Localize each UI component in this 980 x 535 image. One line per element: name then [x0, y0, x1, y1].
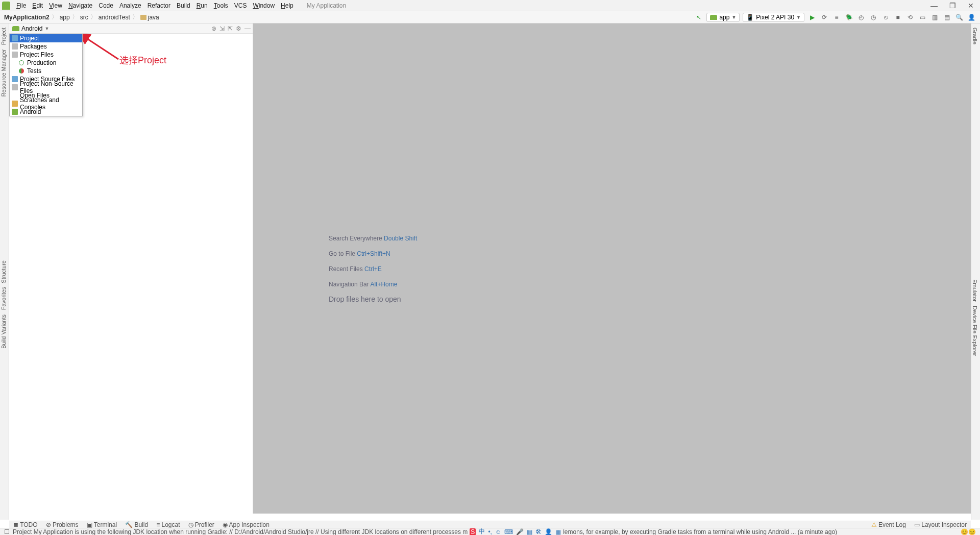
ime-mic-icon[interactable]: 🎤 [516, 528, 524, 536]
tool-build-variants[interactable]: Build Variants [1, 314, 7, 349]
run-icon[interactable]: ▶ [807, 13, 817, 22]
menu-vcs[interactable]: VCS [234, 2, 247, 9]
menu-help[interactable]: Help [281, 2, 293, 9]
dropdown-item-scratches[interactable]: Scratches and Consoles [10, 100, 82, 108]
window-title: My Application [307, 2, 346, 9]
ime-user-icon[interactable]: 👤 [545, 528, 552, 536]
folder-icon [12, 76, 18, 82]
menu-code[interactable]: Code [99, 2, 113, 9]
tool-terminal[interactable]: ▣ Terminal [87, 521, 117, 528]
coverage-icon[interactable]: ◴ [856, 13, 866, 22]
menu-window[interactable]: Window [253, 2, 275, 9]
right-toolwindow-bar: Gradle Emulator Device File Explorer [971, 23, 980, 520]
status-neutral-icon[interactable]: 😐 [968, 528, 976, 536]
dropdown-item-tests[interactable]: Tests [10, 67, 82, 75]
left-toolwindow-bar: Project Resource Manager Structure Favor… [0, 23, 9, 520]
breadcrumb-root[interactable]: MyApplication2 [4, 14, 50, 21]
tool-layout-inspector[interactable]: ▭ Layout Inspector [914, 521, 967, 528]
production-icon [19, 60, 24, 65]
title-bar: File Edit View Navigate Code Analyze Ref… [0, 0, 980, 11]
maximize-icon[interactable]: ❐ [943, 2, 962, 10]
ime-kbd-icon[interactable]: ⌨ [504, 528, 513, 536]
profile-icon[interactable]: ◷ [869, 13, 878, 22]
menu-view[interactable]: View [49, 2, 62, 9]
ime-bar[interactable]: S 中 •, ☺ ⌨ 🎤 ▦ 🛠 👤 ▦ [470, 527, 561, 535]
chevron-down-icon: ▼ [44, 26, 49, 31]
run-config-select[interactable]: app ▼ [706, 13, 740, 22]
project-view-dropdown: Project Packages Project Files Productio… [9, 34, 83, 116]
close-icon[interactable]: ✕ [962, 2, 980, 10]
tool-profiler[interactable]: ◷ Profiler [188, 521, 214, 528]
ime-pad-icon[interactable]: ▦ [527, 528, 532, 536]
tool-project[interactable]: Project [1, 28, 7, 45]
editor-area[interactable]: Search Everywhere Double Shift Go to Fil… [253, 23, 971, 514]
tool-resource-manager[interactable]: Resource Manager [1, 49, 7, 97]
ime-grid-icon[interactable]: ▦ [555, 528, 561, 536]
menu-build[interactable]: Build [177, 2, 190, 9]
tool-event-log[interactable]: ⚠ Event Log [871, 521, 906, 528]
tool-app-inspection[interactable]: ◉ App Inspection [223, 521, 270, 528]
ime-tool-icon[interactable]: 🛠 [535, 528, 542, 536]
device-label: Pixel 2 API 30 [756, 14, 794, 21]
chevron-right-icon: 〉 [132, 13, 138, 21]
debug-icon[interactable]: 🪲 [844, 13, 853, 22]
minimize-icon[interactable]: — [925, 2, 943, 10]
project-view-selector[interactable]: Android ▼ ⊚ ⇲ ⇱ ⚙ — [9, 23, 253, 34]
target-icon[interactable]: ⊚ [211, 25, 216, 32]
status-indicator-icon[interactable]: ☐ [4, 528, 10, 536]
dropdown-item-production[interactable]: Production [10, 59, 82, 67]
dropdown-item-android[interactable]: Android [10, 108, 82, 116]
tool-device-file-explorer[interactable]: Device File Explorer [972, 306, 978, 356]
status-happy-icon[interactable]: 😊 [961, 528, 968, 536]
search-icon[interactable]: 🔍 [954, 13, 964, 22]
ime-face-icon[interactable]: ☺ [495, 528, 501, 536]
tool-favorites[interactable]: Favorites [1, 287, 7, 310]
tool-gradle[interactable]: Gradle [972, 28, 978, 44]
menu-refactor[interactable]: Refactor [148, 2, 170, 9]
menu-edit[interactable]: Edit [32, 2, 43, 9]
tool-emulator[interactable]: Emulator [972, 279, 978, 302]
tool-build[interactable]: 🔨 Build [125, 521, 148, 528]
avd-manager-icon[interactable]: ▭ [918, 13, 927, 22]
expand-icon[interactable]: ⇲ [219, 25, 225, 32]
user-icon[interactable]: 👤 [967, 13, 976, 22]
stop-icon[interactable]: ■ [893, 13, 902, 22]
dropdown-item-non-source-files[interactable]: Project Non-Source Files [10, 83, 82, 91]
dropdown-item-packages[interactable]: Packages [10, 42, 82, 51]
folder-icon [12, 43, 18, 50]
collapse-icon[interactable]: ⇱ [228, 25, 233, 32]
tool-problems[interactable]: ⊘ Problems [46, 521, 79, 528]
dropdown-item-project-files[interactable]: Project Files [10, 51, 82, 59]
attach-debugger-icon[interactable]: ⎋ [881, 13, 890, 22]
chevron-down-icon: ▼ [731, 15, 736, 20]
breadcrumb-androidtest[interactable]: androidTest [99, 14, 130, 21]
apply-code-icon[interactable]: ≡ [832, 13, 841, 22]
ime-sogou-icon[interactable]: S [470, 528, 476, 536]
sdk-manager-icon[interactable]: ▥ [930, 13, 939, 22]
tool-logcat[interactable]: ≡ Logcat [156, 521, 180, 528]
breadcrumb-java[interactable]: java [148, 14, 159, 21]
annotation-label: 选择Project [119, 54, 166, 66]
hide-icon[interactable]: — [244, 25, 251, 32]
scratch-icon [12, 101, 18, 107]
sync-icon[interactable]: ⟲ [905, 13, 915, 22]
gear-icon[interactable]: ⚙ [236, 25, 241, 32]
menu-file[interactable]: File [16, 2, 26, 9]
tool-todo[interactable]: ≣ TODO [13, 521, 38, 528]
menu-run[interactable]: Run [197, 2, 208, 9]
breadcrumb-src[interactable]: src [80, 14, 88, 21]
ime-punct-icon[interactable]: •, [488, 528, 492, 536]
tool-structure[interactable]: Structure [1, 260, 7, 283]
hint-drop-files: Drop files here to open [329, 295, 401, 303]
ime-lang-icon[interactable]: 中 [479, 527, 485, 535]
menu-tools[interactable]: Tools [214, 2, 228, 9]
device-icon: 📱 [746, 14, 754, 21]
menu-navigate[interactable]: Navigate [68, 2, 92, 9]
apply-changes-icon[interactable]: ⟳ [820, 13, 829, 22]
add-config-icon[interactable]: ↖ [694, 13, 703, 22]
breadcrumb-app[interactable]: app [60, 14, 70, 21]
device-select[interactable]: 📱 Pixel 2 API 30 ▼ [743, 13, 804, 22]
dropdown-item-project[interactable]: Project [10, 34, 82, 42]
device-manager-icon[interactable]: ▤ [942, 13, 951, 22]
menu-analyze[interactable]: Analyze [119, 2, 141, 9]
